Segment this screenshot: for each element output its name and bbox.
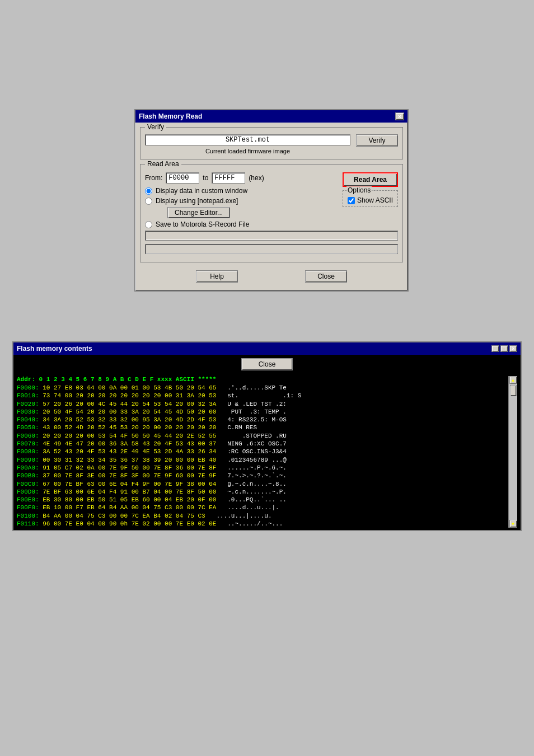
minimize-button[interactable]: _	[491, 345, 499, 352]
from-label: From:	[145, 174, 162, 182]
options-title: Options	[346, 186, 372, 194]
titlebar-controls: _ □ ×	[491, 345, 517, 352]
contents-title: Flash memory contents	[17, 345, 92, 353]
scroll-thumb[interactable]	[510, 385, 517, 396]
dialog-titlebar: Flash Memory Read ×	[135, 110, 407, 123]
verify-subtitle: Current loaded firmware image	[145, 148, 350, 154]
table-row: F00A0: 91 05 C7 02 0A 00 7E 9F 50 00 7E …	[17, 464, 508, 472]
table-row: F0090: 00 30 31 32 33 34 35 36 37 38 39 …	[17, 456, 508, 464]
table-row: F0000: 10 27 E8 03 64 00 0A 00 01 00 53 …	[17, 384, 508, 392]
dialog-title: Flash Memory Read	[139, 112, 202, 120]
dialog-close-button[interactable]: ×	[395, 112, 404, 120]
close-window-button[interactable]: ×	[509, 345, 517, 352]
hex-label: (hex)	[249, 174, 264, 182]
dialog-bottom-buttons: Help Close	[140, 267, 403, 286]
table-row: F0050: 43 00 52 4D 20 52 45 53 20 20 00 …	[17, 424, 508, 431]
radio-notepad-label: Display using [notepad.exe]	[156, 197, 238, 205]
table-row: F0080: 3A 52 43 20 4F 53 43 2E 49 4E 53 …	[17, 448, 508, 456]
address-row: From: to (hex)	[145, 172, 331, 184]
close-button[interactable]: Close	[305, 270, 347, 283]
show-ascii-checkbox[interactable]	[348, 197, 355, 204]
contents-toolbar: Close	[13, 355, 521, 374]
verify-filename: SKPTest.mot	[145, 134, 350, 145]
progress-bar	[145, 231, 398, 241]
to-label: to	[203, 174, 208, 182]
hex-display: Addr: 0 1 2 3 4 5 6 7 8 9 A B C D E F xx…	[13, 374, 521, 530]
table-row: F00D0: 7E BF 63 00 6E 04 F4 91 00 B7 04 …	[17, 488, 508, 496]
radio-motorola-label: Save to Motorola S-Record File	[156, 220, 249, 228]
table-row: F0030: 20 50 4F 54 20 20 00 33 3A 20 54 …	[17, 408, 508, 416]
from-input[interactable]	[166, 172, 199, 184]
hex-scrollbar: ▲ ▼	[508, 376, 517, 528]
radio-row-1: Display data in custom window	[145, 187, 331, 195]
status-bar	[145, 244, 398, 254]
verify-group: Verify SKPTest.mot Current loaded firmwa…	[140, 127, 403, 159]
table-row: F0070: 4E 49 4E 47 20 00 36 3A 58 43 20 …	[17, 440, 508, 448]
radio-row-3: Save to Motorola S-Record File	[145, 220, 331, 228]
table-row: F0110: 96 00 7E E0 04 00 90 0h 7E 02 00 …	[17, 520, 508, 528]
radio-notepad[interactable]	[145, 198, 152, 205]
contents-close-button[interactable]: Close	[241, 358, 293, 370]
radio-custom-window[interactable]	[145, 187, 152, 195]
table-row: F00C0: 67 00 7E BF 63 00 6E 04 F4 9F 00 …	[17, 480, 508, 488]
table-row: F0040: 34 3A 20 52 53 32 33 32 00 95 3A …	[17, 416, 508, 424]
scroll-up-button[interactable]: ▲	[509, 376, 517, 384]
maximize-button[interactable]: □	[500, 345, 508, 352]
table-row: F00F0: EB 10 00 F7 EB 64 B4 AA 00 04 75 …	[17, 504, 508, 511]
radio-row-2: Display using [notepad.exe]	[145, 197, 331, 205]
verify-group-title: Verify	[145, 123, 166, 131]
help-button[interactable]: Help	[196, 270, 238, 283]
verify-button[interactable]: Verify	[356, 134, 398, 147]
table-row: F00B0: 37 00 7E 8F 3E 00 7E 8F 3F 00 7E …	[17, 472, 508, 480]
table-row: F0100: B4 AA 00 04 75 C3 00 00 7C EA B4 …	[17, 512, 508, 520]
table-row: F0020: 57 20 26 20 00 4C 45 44 20 54 53 …	[17, 400, 508, 408]
read-area-group: Read Area From: to (hex)	[140, 164, 403, 262]
hex-main: Addr: 0 1 2 3 4 5 6 7 8 9 A B C D E F xx…	[17, 376, 508, 528]
dialog-body: Verify SKPTest.mot Current loaded firmwa…	[135, 123, 407, 290]
table-row: F00E0: EB 30 80 00 EB 50 51 05 EB 60 00 …	[17, 496, 508, 504]
show-ascii-label: Show ASCII	[357, 196, 393, 204]
contents-titlebar: Flash memory contents _ □ ×	[13, 342, 521, 355]
options-box: Options Show ASCII	[343, 190, 398, 207]
verify-left: SKPTest.mot Current loaded firmware imag…	[145, 134, 350, 154]
table-row: F0060: 20 20 20 20 00 53 54 4F 50 50 45 …	[17, 432, 508, 440]
read-area-button[interactable]: Read Area	[343, 172, 398, 187]
to-input[interactable]	[212, 172, 245, 184]
radio-custom-label: Display data in custom window	[156, 187, 247, 195]
scroll-down-button[interactable]: ▼	[509, 520, 517, 528]
flash-read-dialog: Flash Memory Read × Verify SKPTest.mot C…	[134, 109, 409, 292]
flash-contents-window: Flash memory contents _ □ × Close Addr: …	[12, 341, 522, 531]
table-row: F0010: 73 74 00 20 20 20 20 20 20 20 20 …	[17, 392, 508, 400]
hex-header: Addr: 0 1 2 3 4 5 6 7 8 9 A B C D E F xx…	[17, 376, 508, 383]
hex-rows-container: F0000: 10 27 E8 03 64 00 0A 00 01 00 53 …	[17, 384, 508, 528]
change-editor-button[interactable]: Change Editor...	[167, 207, 230, 218]
radio-motorola[interactable]	[145, 221, 152, 228]
read-area-group-title: Read Area	[145, 160, 181, 168]
